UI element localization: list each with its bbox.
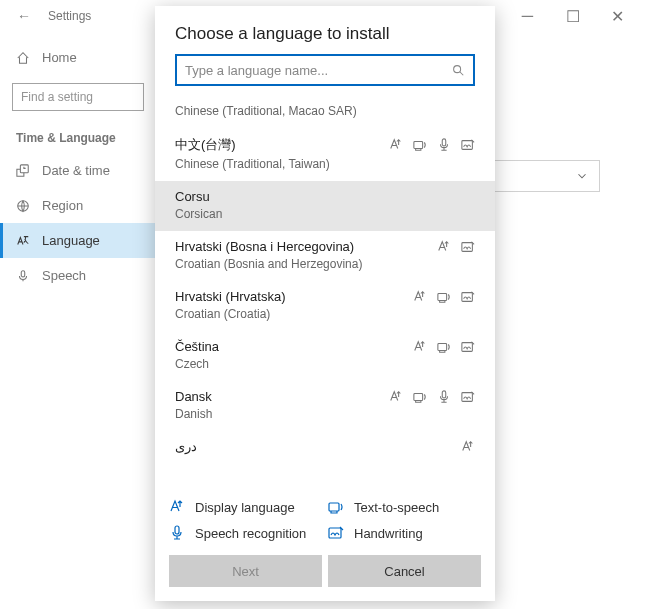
language-item[interactable]: 中文(台灣)Chinese (Traditional, Taiwan) xyxy=(155,128,495,181)
handwriting-icon xyxy=(461,138,475,152)
display-icon xyxy=(461,440,475,454)
tts-icon xyxy=(413,390,427,404)
back-button[interactable]: ← xyxy=(8,8,40,24)
sidebar-section-title: Time & Language xyxy=(0,119,156,153)
language-features xyxy=(389,390,475,404)
handwriting-icon xyxy=(461,290,475,304)
language-item[interactable]: Hrvatski (Bosna i Hercegovina)Croatian (… xyxy=(155,231,495,281)
display-icon xyxy=(413,290,427,304)
language-search-input[interactable] xyxy=(175,54,475,86)
clock-icon xyxy=(16,164,30,178)
tts-icon xyxy=(437,290,451,304)
sidebar-item-language[interactable]: Language xyxy=(0,223,156,258)
minimize-button[interactable]: ─ xyxy=(505,0,550,32)
mic-icon xyxy=(16,269,30,283)
language-native-name: درى xyxy=(175,439,197,454)
language-features xyxy=(413,290,475,304)
close-button[interactable]: ✕ xyxy=(595,0,640,32)
cancel-button[interactable]: Cancel xyxy=(328,555,481,587)
search-field[interactable] xyxy=(185,63,451,78)
language-features xyxy=(389,138,475,152)
globe-icon xyxy=(16,199,30,213)
tts-icon xyxy=(437,340,451,354)
sidebar-item-label: Language xyxy=(42,233,100,248)
legend-handwriting: Handwriting xyxy=(328,525,481,541)
handwriting-icon xyxy=(461,340,475,354)
language-english-name: Danish xyxy=(175,407,475,421)
language-list[interactable]: Chinese (Traditional, Macao SAR)中文(台灣)Ch… xyxy=(155,96,495,492)
window-title: Settings xyxy=(48,9,91,23)
legend-label: Display language xyxy=(195,500,295,515)
display-icon xyxy=(437,240,451,254)
chevron-down-icon xyxy=(575,169,589,183)
dialog-buttons: Next Cancel xyxy=(155,551,495,601)
sidebar: Home Find a setting Time & Language Date… xyxy=(0,32,156,301)
legend-display: Display language xyxy=(169,499,322,515)
language-native-name: Čeština xyxy=(175,339,219,354)
sidebar-item-label: Date & time xyxy=(42,163,110,178)
language-features xyxy=(437,240,475,254)
legend-speech: Speech recognition xyxy=(169,525,322,541)
language-native-name: Hrvatski (Bosna i Hercegovina) xyxy=(175,239,354,254)
legend-label: Speech recognition xyxy=(195,526,306,541)
speech-icon xyxy=(437,138,451,152)
display-icon xyxy=(413,340,427,354)
sidebar-home[interactable]: Home xyxy=(0,40,156,75)
language-item[interactable]: درى xyxy=(155,431,495,454)
speech-icon xyxy=(437,390,451,404)
language-install-dialog: Choose a language to install Chinese (Tr… xyxy=(155,6,495,601)
legend-label: Text-to-speech xyxy=(354,500,439,515)
sidebar-item-date-time[interactable]: Date & time xyxy=(0,153,156,188)
tts-icon xyxy=(413,138,427,152)
language-item[interactable]: CorsuCorsican xyxy=(155,181,495,231)
language-english-name: Czech xyxy=(175,357,475,371)
find-setting-input[interactable]: Find a setting xyxy=(12,83,144,111)
sidebar-item-region[interactable]: Region xyxy=(0,188,156,223)
language-english-name: Croatian (Bosnia and Herzegovina) xyxy=(175,257,475,271)
maximize-button[interactable]: ☐ xyxy=(550,0,595,32)
language-english-name: Corsican xyxy=(175,207,475,221)
language-item[interactable]: Chinese (Traditional, Macao SAR) xyxy=(155,96,495,128)
language-native-name: Hrvatski (Hrvatska) xyxy=(175,289,286,304)
search-icon xyxy=(451,63,465,77)
display-icon xyxy=(389,390,403,404)
language-english-name: Chinese (Traditional, Taiwan) xyxy=(175,157,475,171)
legend-label: Handwriting xyxy=(354,526,423,541)
home-icon xyxy=(16,51,30,65)
next-button[interactable]: Next xyxy=(169,555,322,587)
language-native-name: 中文(台灣) xyxy=(175,136,236,154)
sidebar-home-label: Home xyxy=(42,50,77,65)
language-english-name: Chinese (Traditional, Macao SAR) xyxy=(175,104,475,118)
sidebar-item-speech[interactable]: Speech xyxy=(0,258,156,293)
dialog-title: Choose a language to install xyxy=(155,6,495,54)
display-icon xyxy=(389,138,403,152)
handwriting-icon xyxy=(461,240,475,254)
sidebar-item-label: Speech xyxy=(42,268,86,283)
language-icon xyxy=(16,234,30,248)
sidebar-item-label: Region xyxy=(42,198,83,213)
language-native-name: Dansk xyxy=(175,389,212,404)
language-english-name: Croatian (Croatia) xyxy=(175,307,475,321)
feature-legend: Display language Text-to-speech Speech r… xyxy=(155,492,495,551)
handwriting-icon xyxy=(461,390,475,404)
language-item[interactable]: DanskDanish xyxy=(155,381,495,431)
language-features xyxy=(461,440,475,454)
language-item[interactable]: Hrvatski (Hrvatska)Croatian (Croatia) xyxy=(155,281,495,331)
language-native-name: Corsu xyxy=(175,189,210,204)
legend-tts: Text-to-speech xyxy=(328,499,481,515)
language-features xyxy=(413,340,475,354)
language-item[interactable]: ČeštinaCzech xyxy=(155,331,495,381)
